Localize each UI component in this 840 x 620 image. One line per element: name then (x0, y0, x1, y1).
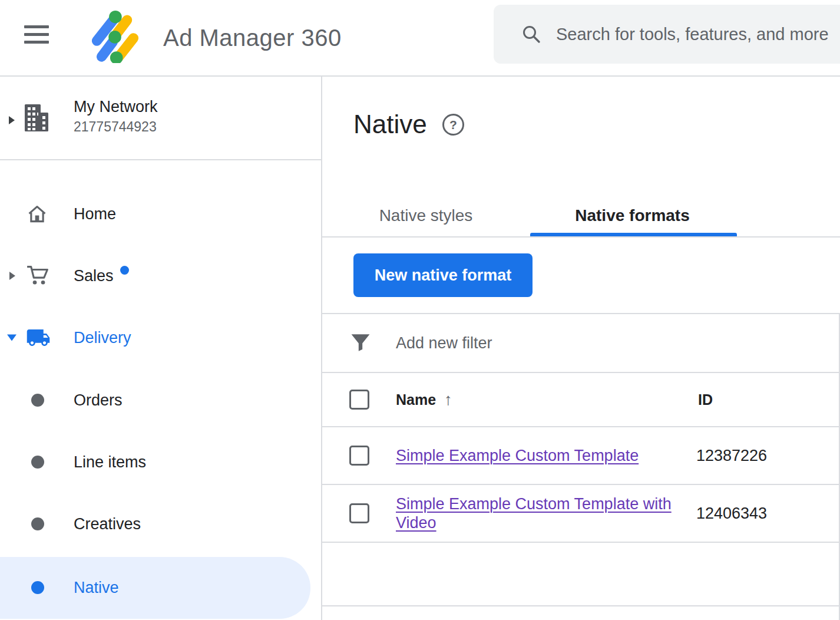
network-name[interactable]: My Network (74, 98, 158, 116)
table-row: Simple Example Custom Template 12387226 (322, 427, 840, 485)
row-checkbox[interactable] (349, 503, 369, 523)
sidebar-item-delivery[interactable]: Delivery (0, 319, 321, 357)
bullet-icon (31, 456, 44, 469)
row-checkbox[interactable] (349, 446, 369, 466)
search-input[interactable] (555, 24, 840, 45)
sales-expand-caret-icon[interactable] (9, 272, 15, 280)
cart-icon (26, 263, 51, 288)
truck-icon (24, 325, 53, 350)
sidebar-item-label: Creatives (74, 515, 141, 533)
add-filter-bar[interactable]: Add new filter (322, 313, 840, 373)
native-format-id-cell: 12406343 (696, 504, 767, 523)
table-row: Simple Example Custom Template with Vide… (322, 485, 840, 543)
menu-icon[interactable] (24, 25, 49, 44)
help-icon[interactable]: ? (442, 114, 464, 136)
sidebar-item-label: Line items (74, 453, 146, 471)
table-empty-row (322, 543, 840, 606)
sidebar-item-line-items[interactable]: Line items (0, 443, 321, 481)
app-title: Ad Manager 360 (163, 0, 342, 75)
column-header-id[interactable]: ID (698, 391, 713, 408)
native-format-link[interactable]: Simple Example Custom Template (396, 447, 639, 464)
sidebar-item-label: Native (74, 579, 119, 597)
sidebar-item-orders[interactable]: Orders (0, 381, 321, 419)
sidebar-item-label: Delivery (74, 329, 131, 347)
sidebar-section-divider (0, 159, 321, 160)
bullet-icon (31, 394, 44, 407)
bullet-icon (31, 581, 44, 594)
sidebar-item-home[interactable]: Home (0, 195, 321, 233)
add-filter-placeholder: Add new filter (396, 334, 492, 352)
house-icon (26, 203, 48, 225)
sort-ascending-icon[interactable]: ↑ (444, 390, 452, 409)
network-code: 21775744923 (74, 119, 157, 135)
native-format-id-cell: 12387226 (696, 447, 767, 465)
topbar-divider (0, 75, 840, 77)
sidebar-item-native[interactable]: Native (0, 569, 321, 606)
select-all-checkbox[interactable] (349, 390, 369, 410)
sidebar-item-creatives[interactable]: Creatives (0, 505, 321, 543)
page-title: Native (353, 110, 427, 139)
network-expand-caret-icon[interactable] (9, 116, 15, 124)
search-icon (521, 24, 542, 45)
sidebar-item-label: Sales (74, 267, 114, 285)
sidebar-item-label: Home (74, 205, 116, 223)
ad-manager-logo-icon (88, 10, 141, 63)
delivery-collapse-caret-icon[interactable] (7, 335, 16, 341)
tab-native-styles[interactable]: Native styles (371, 194, 481, 236)
table-header-row: Name ↑ ID (322, 373, 840, 427)
column-header-name[interactable]: Name ↑ (396, 390, 452, 409)
sales-notification-dot (120, 266, 129, 275)
ad-manager-window: Ad Manager 360 My Network 21775744923 (0, 0, 840, 620)
tabs-divider (322, 236, 840, 238)
bullet-icon (31, 517, 44, 530)
building-icon (22, 103, 51, 133)
new-native-format-button[interactable]: New native format (353, 253, 533, 297)
native-format-name-cell: Simple Example Custom Template (396, 446, 679, 465)
tab-native-formats[interactable]: Native formats (568, 194, 696, 236)
funnel-icon (350, 331, 371, 355)
sidebar-item-label: Orders (74, 391, 123, 410)
search-bar[interactable] (494, 5, 840, 64)
active-tab-underline (530, 233, 737, 236)
top-app-bar: Ad Manager 360 (0, 0, 840, 75)
native-format-name-cell: Simple Example Custom Template with Vide… (396, 494, 679, 532)
native-format-link[interactable]: Simple Example Custom Template with Vide… (396, 495, 672, 532)
sidebar-item-sales[interactable]: Sales (0, 257, 321, 295)
